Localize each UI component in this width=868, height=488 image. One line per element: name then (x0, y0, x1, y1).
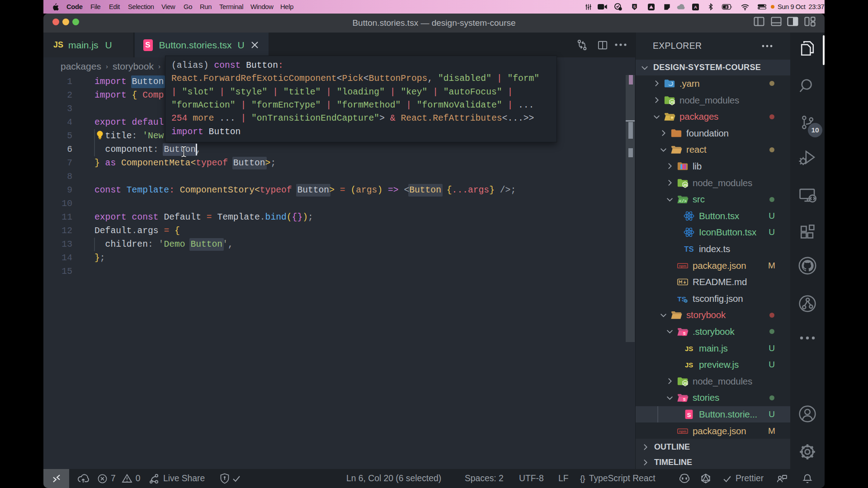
svg-text:S: S (687, 412, 691, 418)
svg-text:npm: npm (679, 264, 687, 268)
svg-text:npm: npm (679, 429, 687, 433)
svg-text:S: S (633, 4, 636, 9)
svg-text:JS: JS (683, 183, 688, 187)
svg-text:JS: JS (685, 345, 693, 352)
svg-text:S: S (683, 331, 686, 336)
svg-text:JS: JS (685, 362, 693, 369)
svg-text:S: S (683, 397, 686, 402)
svg-text:JS: JS (683, 381, 688, 385)
svg-text:TS: TS (684, 245, 693, 253)
svg-text:A: A (694, 4, 697, 9)
svg-text:JS: JS (670, 100, 675, 104)
svg-text:</>: </> (679, 199, 687, 204)
